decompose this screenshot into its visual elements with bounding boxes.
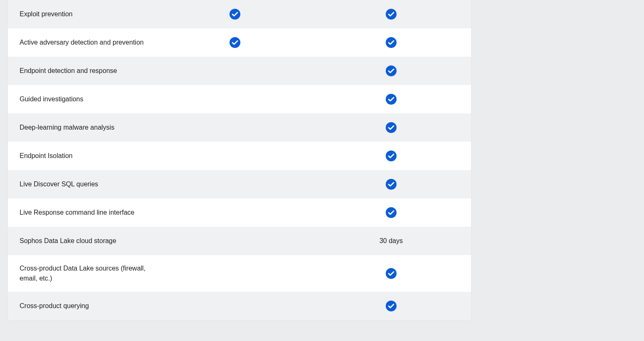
plan-column-2-cell <box>312 179 470 190</box>
table-row: Deep-learning malware analysis <box>8 113 471 142</box>
check-icon <box>386 9 397 20</box>
table-row: Endpoint Isolation <box>8 142 471 170</box>
svg-point-4 <box>386 65 397 76</box>
table-row: Endpoint detection and response <box>8 57 471 85</box>
check-icon <box>230 37 240 48</box>
table-row: Live Discover SQL queries <box>8 170 471 198</box>
table-row: Cross-product Data Lake sources (firewal… <box>8 255 471 292</box>
plan-column-2-cell <box>312 301 470 311</box>
check-icon <box>386 150 397 161</box>
svg-point-6 <box>386 122 397 133</box>
col2-text-value: 30 days <box>379 237 403 245</box>
svg-point-1 <box>386 9 397 20</box>
svg-point-5 <box>386 94 397 105</box>
feature-label: Endpoint Isolation <box>8 151 158 161</box>
plan-column-2-cell <box>312 65 470 76</box>
svg-point-0 <box>230 9 240 20</box>
plan-column-2-cell: 30 days <box>312 237 470 245</box>
feature-label: Sophos Data Lake cloud storage <box>8 236 158 246</box>
table-row: Active adversary detection and preventio… <box>8 28 471 57</box>
feature-label: Deep-learning malware analysis <box>8 123 158 133</box>
table-row: Sophos Data Lake cloud storage30 days <box>8 227 471 255</box>
check-icon <box>386 37 397 48</box>
check-icon <box>386 301 397 311</box>
check-icon <box>386 94 397 105</box>
table-row: Guided investigations <box>8 85 471 113</box>
svg-point-2 <box>230 37 240 48</box>
feature-label: Live Discover SQL queries <box>8 179 158 189</box>
feature-label: Exploit prevention <box>8 9 158 19</box>
plan-column-1-cell <box>158 37 312 48</box>
check-icon <box>386 122 397 133</box>
table-row: Live Response command line interface <box>8 198 471 227</box>
svg-point-11 <box>386 301 397 311</box>
plan-column-2-cell <box>312 122 470 133</box>
plan-column-2-cell <box>312 9 470 20</box>
plan-column-1-cell <box>158 9 312 20</box>
check-icon <box>386 207 397 218</box>
feature-label: Endpoint detection and response <box>8 66 158 76</box>
check-icon <box>386 268 397 279</box>
plan-column-2-cell <box>312 268 470 279</box>
table-row: Exploit prevention <box>8 0 471 28</box>
feature-label: Cross-product querying <box>8 301 158 311</box>
plan-column-2-cell <box>312 150 470 161</box>
svg-point-8 <box>386 179 397 190</box>
check-icon <box>386 65 397 76</box>
plan-column-2-cell <box>312 207 470 218</box>
check-icon <box>386 179 397 190</box>
svg-point-7 <box>386 150 397 161</box>
plan-column-2-cell <box>312 94 470 105</box>
feature-label: Active adversary detection and preventio… <box>8 38 158 48</box>
feature-label: Guided investigations <box>8 94 158 104</box>
table-row: Cross-product querying <box>8 292 471 320</box>
plan-column-2-cell <box>312 37 470 48</box>
feature-label: Live Response command line interface <box>8 208 158 218</box>
feature-label: Cross-product Data Lake sources (firewal… <box>8 263 158 283</box>
svg-point-10 <box>386 268 397 279</box>
svg-point-3 <box>386 37 397 48</box>
svg-point-9 <box>386 207 397 218</box>
check-icon <box>230 9 240 20</box>
feature-comparison-table: Exploit preventionActive adversary detec… <box>7 0 472 321</box>
